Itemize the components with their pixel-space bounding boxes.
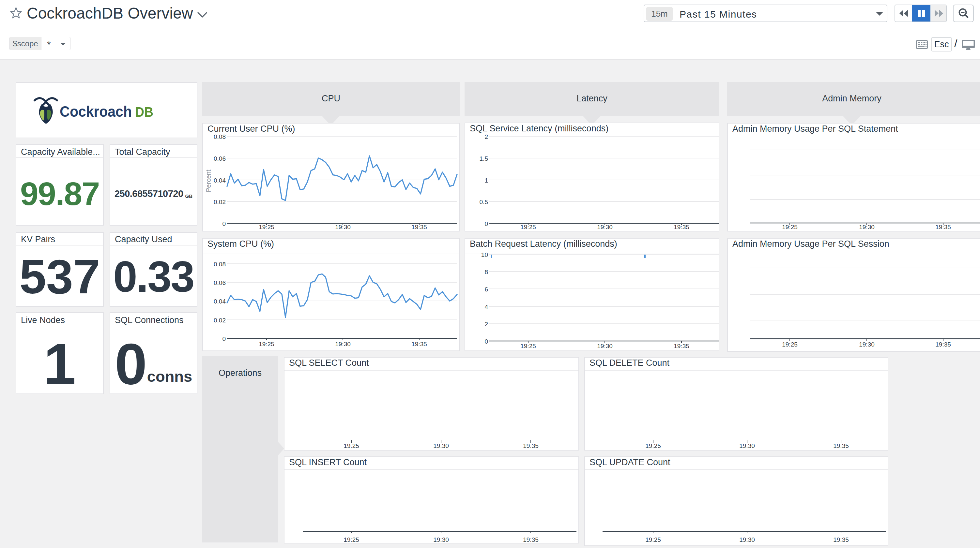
svg-text:10: 10 [481, 251, 488, 258]
svg-text:19:30: 19:30 [335, 341, 351, 348]
svg-text:0.5: 0.5 [480, 199, 488, 205]
svg-text:19:25: 19:25 [344, 536, 359, 543]
svg-text:0: 0 [222, 335, 226, 342]
svg-text:19:25: 19:25 [645, 442, 661, 449]
svg-text:19:25: 19:25 [782, 341, 798, 348]
svg-text:19:35: 19:35 [833, 442, 849, 449]
svg-text:19:25: 19:25 [344, 442, 359, 449]
svg-text:19:25: 19:25 [520, 343, 536, 349]
svg-text:1: 1 [484, 177, 488, 184]
svg-text:19:30: 19:30 [597, 343, 612, 349]
svg-text:8: 8 [484, 268, 488, 275]
svg-text:19:30: 19:30 [859, 341, 875, 348]
svg-text:19:30: 19:30 [433, 536, 449, 543]
svg-text:19:30: 19:30 [739, 442, 755, 449]
svg-text:0.04: 0.04 [214, 177, 226, 184]
svg-text:4: 4 [484, 303, 488, 310]
svg-text:19:35: 19:35 [523, 442, 539, 449]
svg-text:19:25: 19:25 [259, 341, 274, 348]
svg-text:19:30: 19:30 [597, 224, 612, 230]
svg-text:DB: DB [135, 104, 153, 120]
svg-text:19:35: 19:35 [411, 224, 427, 230]
svg-text:19:35: 19:35 [523, 536, 539, 543]
svg-text:2: 2 [484, 321, 488, 328]
svg-text:19:35: 19:35 [935, 341, 951, 348]
svg-text:19:35: 19:35 [674, 224, 689, 230]
svg-text:19:35: 19:35 [674, 343, 689, 349]
svg-text:Percent: Percent [205, 170, 212, 192]
svg-text:0: 0 [484, 338, 488, 345]
svg-text:19:30: 19:30 [739, 536, 755, 543]
svg-text:6: 6 [484, 286, 488, 293]
svg-text:0.02: 0.02 [214, 317, 226, 324]
svg-text:19:25: 19:25 [259, 224, 274, 230]
svg-text:19:30: 19:30 [433, 442, 449, 449]
svg-text:19:25: 19:25 [520, 224, 536, 230]
svg-text:0.08: 0.08 [214, 261, 226, 268]
svg-text:19:30: 19:30 [859, 224, 875, 230]
svg-text:0: 0 [222, 220, 226, 227]
svg-text:19:35: 19:35 [935, 224, 951, 230]
svg-text:19:25: 19:25 [645, 536, 661, 543]
svg-text:2: 2 [484, 133, 488, 140]
svg-text:0.06: 0.06 [214, 155, 226, 162]
svg-text:19:25: 19:25 [782, 224, 798, 230]
svg-text:0.04: 0.04 [214, 298, 226, 305]
svg-text:1.5: 1.5 [480, 155, 488, 162]
svg-text:Cockroach: Cockroach [60, 103, 132, 120]
svg-text:19:30: 19:30 [335, 224, 351, 230]
svg-text:0.06: 0.06 [214, 280, 226, 286]
svg-text:0: 0 [484, 220, 488, 227]
svg-text:19:35: 19:35 [411, 341, 427, 348]
svg-text:0.02: 0.02 [214, 199, 226, 205]
svg-text:0.08: 0.08 [214, 133, 226, 140]
svg-text:19:35: 19:35 [833, 536, 849, 543]
